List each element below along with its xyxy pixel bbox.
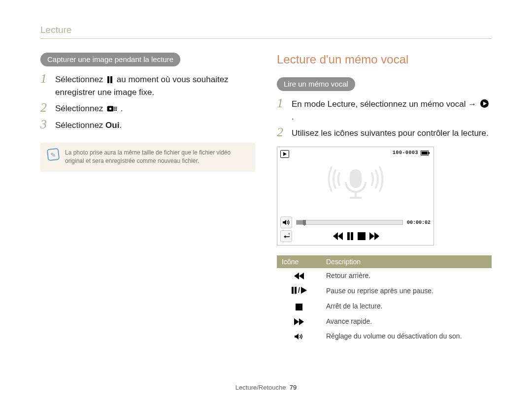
svg-rect-17	[358, 232, 366, 240]
pause-icon	[107, 76, 113, 83]
pause-button[interactable]	[347, 232, 354, 240]
table-row: Arrêt de la lecture.	[277, 299, 492, 313]
note-box: ✎ La photo prise aura la même taille de …	[40, 143, 255, 172]
page-footer: Lecture/Retouche 79	[0, 384, 532, 391]
svg-rect-15	[347, 232, 350, 240]
svg-rect-0	[107, 76, 109, 83]
svg-rect-5	[116, 107, 117, 108]
forward-icon	[294, 318, 304, 325]
subhead-play-voice-memo: Lire un mémo vocal	[277, 77, 355, 91]
battery-icon	[421, 151, 430, 155]
cell-desc: Retour arrière.	[321, 268, 492, 283]
step-number: 1	[277, 97, 290, 110]
step-text: Sélectionnez	[55, 102, 255, 115]
play-mode-icon	[280, 150, 289, 158]
file-counter: 100-0003	[393, 150, 418, 155]
step-text: Utilisez les icônes suivantes pour contr…	[292, 127, 492, 140]
volume-button[interactable]	[280, 216, 292, 228]
svg-rect-6	[114, 108, 115, 109]
svg-rect-14	[429, 152, 430, 154]
play-circle-icon	[480, 99, 489, 108]
volume-icon	[295, 333, 303, 340]
subhead-capture-image: Capturer une image pendant la lecture	[40, 53, 180, 66]
cell-desc: Arrêt de la lecture.	[321, 299, 492, 313]
svg-rect-13	[422, 152, 428, 154]
th-description: Description	[321, 255, 492, 268]
playback-screen: 100-0003	[277, 147, 434, 246]
svg-rect-4	[114, 107, 115, 108]
step-text: Sélectionnez Oui.	[55, 119, 255, 132]
slash: /	[298, 286, 300, 294]
svg-rect-18	[292, 287, 294, 294]
cell-desc: Pause ou reprise après une pause.	[321, 283, 492, 299]
table-row: / Pause ou reprise après une pause.	[277, 283, 492, 299]
rewind-icon	[294, 273, 304, 279]
note-text: La photo prise aura la même taille de fi…	[65, 149, 248, 166]
svg-rect-16	[351, 232, 353, 240]
section-header: Lecture	[40, 25, 492, 39]
right-column: Lecture d'un mémo vocal Lire un mémo voc…	[277, 53, 492, 343]
forward-button[interactable]	[369, 232, 379, 240]
stop-icon	[296, 304, 302, 310]
svg-rect-7	[116, 108, 117, 109]
icon-description-table: Icône Description Retour arrière.	[277, 255, 492, 343]
stop-button[interactable]	[358, 232, 366, 240]
step-number: 1	[40, 72, 53, 85]
elapsed-time: 00:00:02	[407, 220, 431, 225]
back-button[interactable]	[280, 230, 292, 242]
section-title-voice-memo: Lecture d'un mémo vocal	[277, 53, 492, 66]
capture-icon	[107, 105, 117, 112]
svg-rect-8	[114, 110, 115, 111]
svg-rect-9	[116, 110, 117, 111]
table-row: Retour arrière.	[277, 268, 492, 283]
svg-rect-19	[295, 287, 297, 294]
step-text: En mode Lecture, sélectionnez un mémo vo…	[292, 98, 492, 123]
table-row: Réglage du volume ou désactivation du so…	[277, 329, 492, 343]
progress-head	[303, 220, 306, 225]
play-icon	[301, 287, 307, 294]
svg-point-3	[109, 108, 111, 110]
note-icon: ✎	[47, 148, 60, 161]
rewind-button[interactable]	[333, 232, 343, 240]
cell-desc: Avance rapide.	[321, 314, 492, 329]
cell-desc: Réglage du volume ou désactivation du so…	[321, 329, 492, 343]
step-number: 3	[40, 118, 53, 131]
progress-bar[interactable]	[296, 220, 403, 225]
step-text: Sélectionnez au moment où vous souhaitez…	[55, 73, 255, 98]
pause-icon	[291, 287, 297, 294]
svg-rect-1	[110, 76, 112, 83]
left-column: Capturer une image pendant la lecture 1 …	[40, 53, 255, 343]
table-row: Avance rapide.	[277, 314, 492, 329]
microphone-icon	[319, 165, 393, 205]
step-number: 2	[277, 126, 290, 139]
step-number: 2	[40, 101, 53, 114]
th-icone: Icône	[277, 255, 321, 268]
svg-rect-20	[296, 304, 302, 310]
